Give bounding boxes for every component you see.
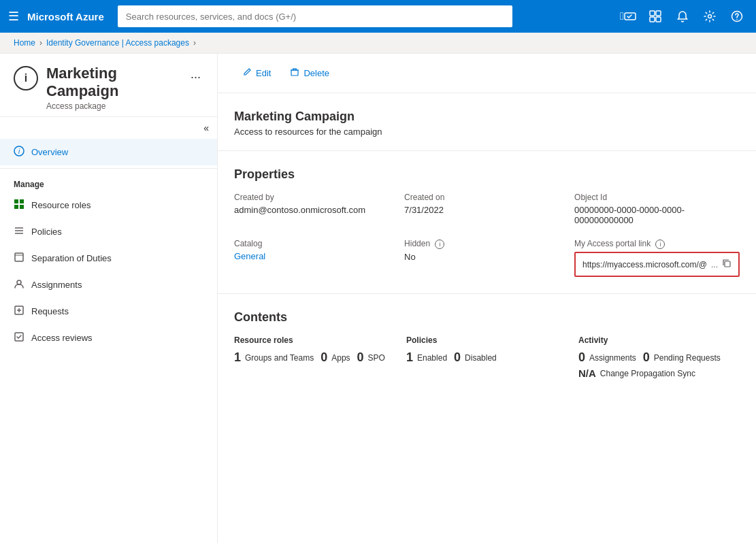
brand-label: Microsoft Azure (27, 11, 104, 22)
sidebar-item-separation-of-duties[interactable]: Separation of Duties (0, 245, 217, 272)
portal-link-value: https://myaccess.microsoft.com/@ (582, 260, 707, 269)
resource-roles-items: 1 Groups and Teams 0 Apps 0 SPO (234, 350, 395, 365)
hamburger-menu[interactable]: ☰ (8, 9, 19, 24)
created-by-label: Created by (234, 193, 388, 202)
svg-rect-24 (291, 70, 298, 76)
svg-rect-13 (20, 205, 24, 209)
settings-icon[interactable] (699, 5, 721, 27)
resource-roles-icon (14, 199, 24, 212)
sidebar-item-resource-roles[interactable]: Resource roles (0, 192, 217, 218)
sidebar-manage-section: Manage (0, 171, 217, 192)
more-options-button[interactable]: ... (188, 65, 203, 84)
sidebar-collapse-button[interactable]: « (0, 117, 217, 139)
hidden-label: Hidden i (404, 239, 558, 249)
spo-label: SPO (368, 353, 385, 363)
na-label: N/A (578, 367, 596, 379)
contents-grid: Resource roles 1 Groups and Teams 0 Apps… (234, 335, 740, 382)
portal-icon[interactable] (644, 5, 666, 27)
hidden-info-icon[interactable]: i (435, 240, 444, 249)
catalog-label: Catalog (234, 239, 388, 248)
svg-point-5 (708, 15, 712, 18)
portal-link-copy-icon[interactable] (722, 259, 732, 270)
object-id-prop: Object Id 00000000-0000-0000-0000-000000… (574, 193, 740, 225)
portal-link-box: https://myaccess.microsoft.com/@ ... (574, 252, 740, 277)
enabled-label: Enabled (417, 353, 447, 363)
enabled-count: 1 (406, 350, 413, 365)
portal-link-info-icon[interactable]: i (655, 240, 665, 249)
svg-rect-3 (650, 17, 655, 22)
breadcrumb-sep1: › (39, 38, 42, 48)
sidebar-item-policies[interactable]: Policies (0, 218, 217, 245)
pending-requests-label: Pending Requests (654, 353, 721, 363)
cloud-shell-icon[interactable]:  (617, 5, 639, 27)
delete-button[interactable]: Delete (282, 63, 338, 83)
sidebar-item-resource-roles-label: Resource roles (31, 200, 91, 210)
activity-col-label: Activity (578, 335, 740, 345)
sidebar-item-assignments[interactable]: Assignments (0, 272, 217, 298)
sidebar-item-policies-label: Policies (31, 227, 62, 237)
sidebar-item-requests-label: Requests (31, 306, 69, 316)
created-by-value: admin@contoso.onmicrosoft.com (234, 205, 388, 215)
change-propagation-label: Change Propagation Sync (600, 369, 695, 378)
policies-col-label: Policies (406, 335, 568, 345)
separation-of-duties-icon (14, 252, 24, 265)
svg-text:i: i (18, 148, 20, 155)
contents-section: Contents Resource roles 1 Groups and Tea… (218, 294, 756, 398)
page-header-icon: i (14, 66, 38, 90)
overview-icon: i (14, 146, 24, 159)
help-icon[interactable] (726, 5, 748, 27)
portal-link-ellipsis[interactable]: ... (711, 260, 718, 269)
portal-link-prop: My Access portal link i https://myaccess… (574, 239, 740, 277)
hidden-value: No (404, 252, 558, 262)
contents-resource-roles-col: Resource roles 1 Groups and Teams 0 Apps… (234, 335, 395, 382)
sidebar-divider (0, 168, 217, 169)
object-id-value: 00000000-0000-0000-0000-000000000000 (574, 205, 740, 225)
search-input[interactable] (118, 5, 512, 27)
apps-label: Apps (331, 353, 350, 363)
svg-rect-1 (650, 11, 655, 16)
notifications-icon[interactable] (672, 5, 693, 27)
contents-title: Contents (234, 310, 740, 325)
assignments-icon (14, 278, 24, 291)
sidebar-item-requests[interactable]: Requests (0, 298, 217, 325)
resource-roles-col-label: Resource roles (234, 335, 395, 345)
svg-rect-10 (14, 199, 18, 203)
policies-items: 1 Enabled 0 Disabled (406, 350, 568, 365)
sidebar-item-access-reviews-label: Access reviews (31, 333, 93, 343)
resource-count: 1 (234, 350, 241, 365)
apps-count: 0 (321, 350, 327, 365)
svg-rect-12 (14, 205, 18, 209)
hero-subtitle: Access to resources for the campaign (234, 127, 740, 137)
svg-rect-11 (20, 199, 24, 203)
sidebar-item-access-reviews[interactable]: Access reviews (0, 325, 217, 351)
contents-policies-col: Policies 1 Enabled 0 Disabled (406, 335, 568, 382)
catalog-value[interactable]: General (234, 251, 265, 261)
main-content: Edit Delete Marketing Campaign Access to… (218, 54, 756, 543)
object-id-label: Object Id (574, 193, 740, 202)
svg-rect-17 (15, 253, 23, 261)
spo-count: 0 (357, 350, 364, 365)
properties-section: Properties Created by admin@contoso.onmi… (218, 151, 756, 294)
access-reviews-icon (14, 331, 24, 344)
sidebar-item-overview[interactable]: i Overview (0, 139, 217, 165)
contents-activity-col: Activity 0 Assignments 0 Pending Request… (578, 335, 740, 382)
created-on-label: Created on (404, 193, 558, 202)
breadcrumb: Home › Identity Governance | Access pack… (0, 33, 756, 54)
properties-grid: Created by admin@contoso.onmicrosoft.com… (234, 193, 740, 277)
catalog-prop: Catalog General (234, 239, 388, 277)
activity-row-2: N/A Change Propagation Sync (578, 367, 740, 379)
breadcrumb-home[interactable]: Home (14, 38, 35, 48)
breadcrumb-identity-governance[interactable]: Identity Governance | Access packages (46, 38, 189, 48)
edit-button[interactable]: Edit (234, 63, 279, 83)
properties-title: Properties (234, 167, 740, 182)
page-subtitle: Access package (46, 101, 180, 111)
hero-title: Marketing Campaign (234, 110, 740, 124)
created-by-prop: Created by admin@contoso.onmicrosoft.com (234, 193, 388, 225)
page-header: i Marketing Campaign Access package ... (0, 54, 217, 117)
assignments-activity-count: 0 (578, 350, 585, 365)
created-on-value: 7/31/2022 (404, 205, 558, 215)
portal-link-label: My Access portal link i (574, 239, 740, 249)
page-title: Marketing Campaign (46, 65, 180, 100)
edit-icon (242, 67, 252, 79)
policies-icon (14, 225, 24, 238)
